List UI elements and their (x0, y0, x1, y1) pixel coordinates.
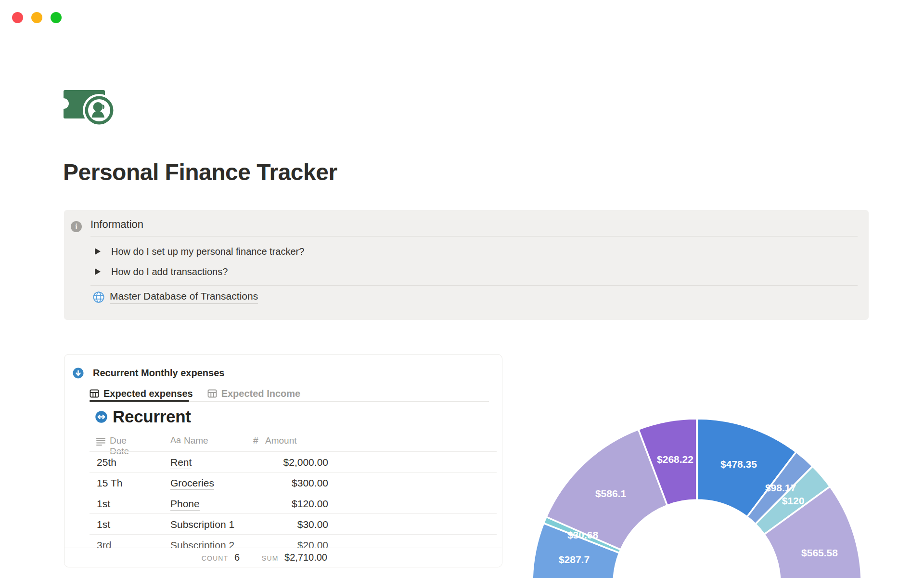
toggle-triangle-icon[interactable] (95, 248, 101, 255)
expenses-donut-chart: $478.35$98.17$120$565.58$287.7$30.68$586… (500, 405, 924, 578)
tab-expected-expenses[interactable]: Expected expenses (90, 388, 193, 399)
slice-value-label: $98.17 (765, 482, 796, 493)
view-tabs: Expected expenses Expected Income (90, 386, 300, 401)
table-row[interactable]: 1st Phone $120.00 (64, 493, 502, 514)
arrows-left-right-circle-icon (95, 411, 107, 423)
slice-value-label: $565.58 (801, 547, 838, 558)
info-icon: i (71, 221, 82, 232)
page-title: Personal Finance Tracker (63, 159, 337, 185)
table-icon (90, 389, 99, 398)
arrow-down-circle-icon (73, 368, 84, 379)
cell-name[interactable]: Rent (170, 452, 192, 473)
table-row[interactable]: 15 Th Groceries $300.00 (64, 473, 502, 493)
cell-name[interactable]: Groceries (170, 473, 214, 493)
table-icon (207, 389, 217, 398)
table-row[interactable]: 25th Rent $2,000.00 (64, 452, 502, 473)
toggle-label[interactable]: How do I set up my personal finance trac… (111, 246, 304, 257)
tab-label[interactable]: Expected expenses (103, 388, 193, 399)
cell-due-date[interactable]: 1st (97, 514, 110, 535)
divider (90, 236, 858, 236)
cell-due-date[interactable]: 3rd (97, 535, 111, 548)
cell-amount[interactable]: $2,000.00 (223, 452, 328, 473)
tab-label[interactable]: Expected Income (221, 388, 301, 399)
banknote-icon (63, 87, 116, 127)
count-aggregate[interactable]: COUNT 6 (175, 548, 240, 567)
slice-value-label: $30.68 (567, 529, 599, 540)
slice-value-label: $478.35 (720, 459, 757, 470)
column-header-amount[interactable]: Amount (265, 435, 296, 446)
divider (90, 285, 858, 286)
view-title[interactable]: Recurrent (113, 407, 191, 426)
table-row-clipped[interactable]: 3rd Subscription 2 $20.00 (64, 535, 502, 548)
notion-page: { "window": { "traffic_lights": { "close… (0, 0, 924, 578)
cell-amount[interactable]: $30.00 (223, 514, 328, 535)
database-title[interactable]: Recurrent Monthly expenses (93, 368, 224, 379)
link-label[interactable]: Master Database of Transactions (110, 290, 258, 304)
slice-value-label: $120 (782, 495, 805, 506)
cell-amount[interactable]: $120.00 (223, 493, 328, 514)
cell-name[interactable]: Phone (170, 493, 200, 514)
column-header-name[interactable]: Name (184, 435, 208, 446)
sum-label: SUM (262, 554, 279, 562)
number-hash-icon: # (253, 435, 258, 446)
recurrent-expenses-database: Recurrent Monthly expenses Expected expe… (64, 354, 502, 567)
tab-expected-income[interactable]: Expected Income (207, 388, 301, 399)
close-button[interactable] (12, 12, 23, 23)
zoom-button[interactable] (51, 12, 62, 23)
table-footer: COUNT 6 SUM $2,710.00 (64, 548, 502, 567)
text-lines-icon (96, 437, 106, 447)
callout-title: Information (90, 218, 143, 231)
database-header: Recurrent Monthly expenses (73, 368, 224, 379)
toggle-setup-question[interactable]: How do I set up my personal finance trac… (95, 244, 304, 259)
sum-value: $2,710.00 (284, 552, 327, 563)
minimize-button[interactable] (31, 12, 42, 23)
count-label: COUNT (202, 554, 229, 562)
window-controls (12, 12, 62, 23)
slice-value-label: $586.1 (595, 488, 627, 499)
cell-due-date[interactable]: 1st (97, 493, 110, 514)
toggle-label[interactable]: How do I add transactions? (111, 266, 228, 277)
master-database-link[interactable]: Master Database of Transactions (92, 290, 258, 304)
sum-aggregate[interactable]: SUM $2,710.00 (247, 548, 327, 567)
cell-due-date[interactable]: 15 Th (97, 473, 122, 493)
cell-amount[interactable]: $300.00 (223, 473, 328, 493)
toggle-triangle-icon[interactable] (95, 268, 101, 275)
cell-due-date[interactable]: 25th (97, 452, 116, 473)
active-tab-underline (90, 400, 189, 402)
cell-amount[interactable]: $20.00 (223, 535, 328, 548)
slice-value-label: $287.7 (559, 554, 590, 565)
count-value: 6 (234, 552, 240, 563)
information-callout: i Information How do I set up my persona… (64, 210, 869, 320)
view-header: Recurrent (95, 407, 191, 426)
title-Aa-icon: Aa (170, 435, 181, 446)
page-icon[interactable] (63, 87, 116, 129)
slice-value-label: $268.22 (657, 454, 693, 465)
table-row[interactable]: 1st Subscription 1 $30.00 (64, 514, 502, 535)
globe-icon (92, 291, 105, 303)
toggle-add-transactions-question[interactable]: How do I add transactions? (95, 264, 228, 279)
